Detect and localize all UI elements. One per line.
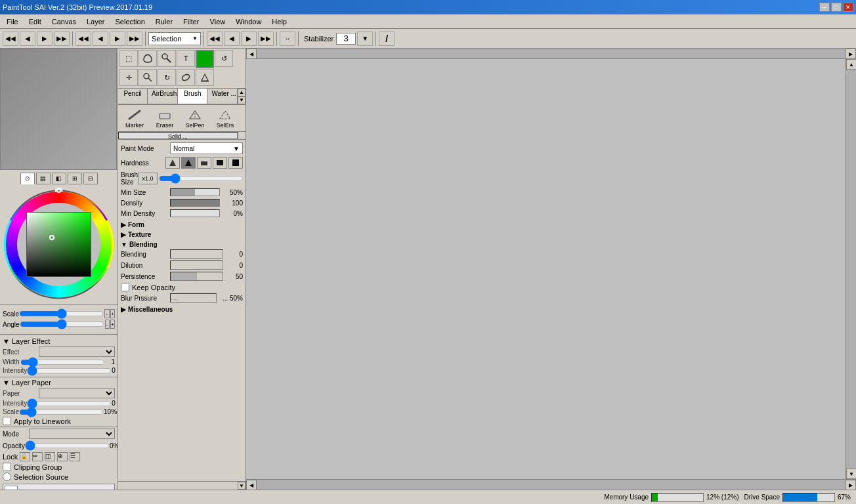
lock-pen[interactable]: ✏ [32,452,43,461]
color-wheel-container[interactable] [1,187,116,302]
toolbar-btn-10[interactable]: ◀ [224,32,240,46]
menu-layer[interactable]: Layer [81,16,110,27]
misc-section-header[interactable]: ▶ Miscellaneous [121,304,243,314]
lock-btn-4[interactable]: ⊕ [57,452,68,461]
lock-btn-5[interactable]: ☰ [70,452,80,461]
menu-ruler[interactable]: Ruler [150,16,178,27]
tool-eraser-alt[interactable] [177,69,195,86]
clipping-group-checkbox[interactable] [3,463,11,471]
color-tab-palette[interactable]: ⊞ [68,173,82,184]
toolbar-btn-9[interactable]: ◀◀ [207,32,223,46]
toolbar-btn-11[interactable]: ▶ [241,32,257,46]
canvas-htrack[interactable] [257,49,845,58]
diagonal-line-tool[interactable]: / [379,32,395,46]
tool-magic-wand[interactable] [158,50,176,67]
hue-selector-dot[interactable] [56,188,61,193]
angle-minus[interactable]: - [105,320,110,329]
effect-dropdown[interactable] [39,346,115,357]
paper-scale-slider[interactable] [19,409,104,415]
canvas-scroll-right[interactable]: ▶ [845,49,856,59]
canvas-drawing-area[interactable] [246,59,845,479]
color-tab-hsv[interactable]: ◧ [52,173,66,184]
canvas-scroll-down[interactable]: ▼ [846,469,856,479]
menu-selection[interactable]: Selection [110,16,150,27]
hardness-btn-1[interactable] [165,157,180,169]
toolbar-btn-stabilizer-arrow[interactable]: ▼ [357,32,373,46]
hardness-btn-4[interactable] [213,157,227,169]
brush-tab-water[interactable]: Water ... [207,89,238,104]
scale-plus[interactable]: + [110,309,115,318]
lock-toggle[interactable]: 🔒 [20,452,30,461]
brush-subtype-selers[interactable]: SelErs [210,106,240,130]
brush-tab-scroll-up[interactable]: ▲ [238,89,246,96]
minimize-button[interactable]: ─ [819,3,830,12]
brush-tab-brush[interactable]: Brush [178,89,207,104]
paper-dropdown[interactable] [39,388,115,398]
angle-plus[interactable]: + [110,320,115,329]
form-section-header[interactable]: ▶ Form [121,220,243,230]
brush-subtype-selpen[interactable]: SelPen [180,106,210,130]
canvas-scroll-right-2[interactable]: ▶ [845,480,856,490]
hardness-btn-3[interactable] [197,157,211,169]
tool-color-swatch[interactable] [196,50,214,68]
toolbar-btn-13[interactable]: ↔ [280,32,295,46]
maximize-button[interactable]: □ [831,3,842,12]
layer-opacity-slider[interactable] [25,440,110,451]
color-square-dark[interactable] [27,213,91,276]
menu-window[interactable]: Window [230,16,267,27]
blending-section-header[interactable]: ▼ Blending [121,240,243,249]
menu-canvas[interactable]: Canvas [47,16,81,27]
density-track[interactable] [170,199,220,207]
layer-effect-header[interactable]: ▼ Layer Effect [3,337,115,345]
toolbar-btn-5[interactable]: ◀◀ [75,32,91,46]
keep-opacity-checkbox[interactable] [121,283,129,291]
layer-paper-header[interactable]: ▼ Layer Paper [3,379,115,387]
blending-track[interactable] [170,249,223,259]
color-tab-rgb[interactable]: ▤ [36,173,51,184]
min-size-track[interactable] [170,188,220,196]
stabilizer-input[interactable] [336,33,356,45]
menu-filter[interactable]: Filter [178,16,204,27]
dilution-track[interactable] [170,261,223,270]
tool-zoom[interactable] [139,69,157,86]
width-slider[interactable] [20,359,105,366]
tool-select-rect[interactable]: ⬚ [119,50,138,67]
layer-list-item[interactable] [3,484,114,490]
canvas-vtrack[interactable] [846,70,856,469]
tool-move[interactable]: ✛ [119,69,138,86]
blur-pressure-track[interactable]: ..... [170,293,217,303]
canvas-scroll-left-2[interactable]: ◀ [246,480,257,490]
brush-tab-scroll-down[interactable]: ▼ [238,96,246,104]
selection-combo[interactable]: Selection ▼ [148,32,201,45]
selection-source-radio[interactable] [3,472,11,481]
brush-tab-pencil[interactable]: Pencil [118,89,148,104]
persistence-track[interactable] [170,272,223,281]
brush-subtype-marker[interactable]: Marker [119,106,150,130]
tool-panel-scroll-down[interactable]: ▼ [238,482,246,490]
intensity-slider[interactable] [27,368,112,374]
brush-size-toggle[interactable]: x1.0 [138,173,158,184]
tool-fill[interactable] [196,69,214,86]
tool-rotate-view[interactable]: ↻ [158,69,176,86]
color-tab-grid[interactable]: ⊟ [83,173,98,184]
menu-file[interactable]: File [1,16,24,27]
brush-tab-airbrush[interactable]: AirBrush [148,89,178,104]
menu-view[interactable]: View [205,16,231,27]
min-density-track[interactable] [170,209,220,217]
paper-intensity-slider[interactable] [27,400,112,407]
canvas-scroll-up[interactable]: ▲ [846,59,856,70]
tool-lasso[interactable] [139,50,157,67]
brush-name-dropdown[interactable] [238,132,246,139]
brush-size-slider[interactable] [159,173,244,184]
menu-help[interactable]: Help [267,16,292,27]
toolbar-btn-12[interactable]: ▶▶ [258,32,274,46]
apply-linework-checkbox[interactable] [3,417,11,425]
tool-color-reset[interactable]: ↺ [215,50,233,67]
angle-slider[interactable] [20,320,104,328]
color-tab-wheel[interactable]: ⊙ [20,173,35,184]
toolbar-btn-8[interactable]: ▶▶ [127,32,142,46]
scale-slider[interactable] [19,310,104,318]
canvas-htrack-2[interactable] [257,480,845,490]
toolbar-btn-3[interactable]: ▶ [37,32,53,46]
toolbar-btn-2[interactable]: ◀ [20,32,35,46]
